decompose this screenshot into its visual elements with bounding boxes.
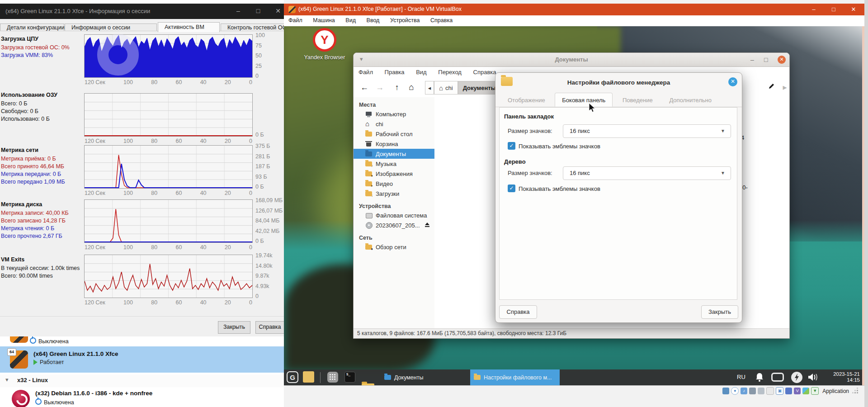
g-app-icon[interactable]: G — [287, 371, 298, 383]
close-session-button[interactable]: Закрыть — [218, 321, 250, 334]
optical-disk-icon[interactable]: ● — [731, 387, 739, 395]
audio-icon[interactable]: ♪ — [741, 388, 747, 394]
places-header: Места — [354, 97, 434, 109]
menu-file[interactable]: Файл — [284, 15, 307, 25]
path-current-button[interactable]: Документы — [458, 81, 501, 95]
tree-emblems-checkbox[interactable]: ✓ — [508, 185, 515, 192]
sidebar-item-videos[interactable]: ▸ Видео — [354, 179, 434, 189]
sidebar-item-trash[interactable]: Корзина — [354, 139, 434, 149]
close-dialog-button[interactable]: Закрыть — [701, 305, 738, 319]
vm-status: Работает — [33, 359, 118, 365]
app-grid-icon[interactable] — [327, 372, 338, 383]
keyboard-layout-indicator[interactable]: RU — [737, 374, 745, 385]
vm-icon-partial — [10, 336, 28, 343]
sidebar-item-pictures[interactable]: ● Изображения — [354, 169, 434, 179]
sidebar-item-documents[interactable]: Документы — [354, 149, 434, 159]
sidebar-item-music[interactable]: ♪ Музыка — [354, 159, 434, 169]
maximize-button[interactable]: □ — [248, 4, 268, 19]
vmexits-total: Всего: 90.00M times — [1, 272, 83, 280]
help-button[interactable]: Справка — [499, 305, 537, 319]
close-button[interactable]: ✕ — [778, 56, 786, 64]
network-y-axis-labels: 375 Б281 Б187 Б93 Б0 Б — [255, 143, 284, 190]
close-button[interactable]: ✕ — [268, 4, 284, 19]
tab-vm-activity[interactable]: Активность ВМ — [158, 22, 220, 32]
cpu-guest-load: Загрузка гостевой ОС: 0% — [1, 44, 83, 52]
recording-icon[interactable] — [785, 388, 792, 394]
tab-side-pane[interactable]: Боковая панель — [555, 93, 613, 107]
toolbar-more-button[interactable]: ▸ — [778, 80, 792, 95]
bookmarks-emblems-checkbox[interactable]: ✓ — [508, 142, 515, 150]
sidebar-item-computer[interactable]: Компьютер — [354, 109, 434, 119]
tab-advanced[interactable]: Дополнительно — [662, 93, 718, 107]
tab-behavior[interactable]: Поведение — [616, 93, 660, 107]
terminal-icon[interactable]: $_ — [344, 372, 355, 383]
dialog-header[interactable]: Настройки файлового менеджера ✕ — [495, 73, 742, 93]
close-button[interactable]: ✕ — [728, 77, 737, 86]
taskbar-window-documents[interactable]: Документы — [381, 369, 426, 385]
menu-file[interactable]: Файл — [354, 66, 378, 78]
sidebar-item-filesystem[interactable]: Файловая система — [354, 210, 434, 220]
clock[interactable]: 2023-15-21 14:15 — [825, 371, 860, 385]
vm-row-partial[interactable]: Выключена — [30, 337, 69, 345]
auto-resize-icon[interactable]: ▼ — [811, 387, 819, 395]
usb-icon[interactable] — [758, 388, 764, 394]
vm-row-debian[interactable]: (x32) Debian 11.6.0 - i386 - kde + nonfr… — [0, 389, 284, 407]
sidebar-item-home[interactable]: ⌂ chi — [354, 119, 434, 129]
menu-devices[interactable]: Устройства — [386, 15, 424, 25]
volume-icon[interactable] — [807, 372, 820, 385]
forward-button[interactable]: → — [373, 80, 387, 95]
path-home-button[interactable]: ⌂chi — [434, 81, 458, 95]
sidebar-item-downloads[interactable]: ↓ Загрузки — [354, 189, 434, 199]
menu-go[interactable]: Переход — [433, 66, 467, 78]
sidebar-item-desktop[interactable]: Рабочий стол — [354, 129, 434, 139]
shared-folders-icon[interactable] — [766, 387, 774, 395]
menu-machine[interactable]: Машина — [308, 15, 339, 25]
resize-grip[interactable] — [854, 389, 858, 393]
mouse-integration-icon[interactable] — [802, 388, 809, 394]
power-manager-icon[interactable] — [791, 372, 802, 383]
sidebar-item-disc[interactable]: 20230607_205... — [354, 220, 434, 230]
desktop-icon-yandex[interactable]: Y Yandex Browser — [302, 28, 347, 61]
menu-edit[interactable]: Правка — [380, 66, 410, 78]
edit-path-icon[interactable] — [764, 80, 778, 95]
bookmarks-icon-size-select[interactable]: 16 пикс ▼ — [563, 124, 731, 138]
back-button[interactable]: ← — [357, 80, 372, 95]
session-info-window: (x64) Green Linux 21.1.0 Xfce - Информац… — [0, 0, 284, 407]
tree-icon-size-select[interactable]: 16 пикс ▼ — [563, 166, 731, 180]
menu-view[interactable]: Вид — [411, 66, 432, 78]
close-button[interactable]: ✕ — [844, 4, 863, 15]
network-chart: 375 Б281 Б187 Б93 Б0 Б 120 Сек1008060402… — [84, 145, 253, 189]
minimize-button[interactable]: – — [805, 4, 823, 15]
minimize-button[interactable]: – — [228, 4, 248, 19]
path-scroll-left-button[interactable]: ◂ — [425, 81, 434, 95]
maximize-button[interactable]: □ — [825, 4, 843, 15]
help-button[interactable]: Справка — [255, 321, 284, 334]
menu-input[interactable]: Ввод — [362, 15, 384, 25]
file-manager-titlebar[interactable]: ▾ Документы – □ ✕ — [354, 53, 789, 67]
clipboard-icon[interactable]: V — [794, 388, 801, 394]
maximize-button[interactable]: □ — [764, 56, 768, 63]
battery-icon[interactable] — [771, 373, 784, 382]
network-icon[interactable] — [749, 388, 756, 394]
menu-view[interactable]: Вид — [341, 15, 360, 25]
tab-display[interactable]: Отображение — [501, 93, 552, 107]
up-button[interactable]: ↑ — [390, 80, 404, 95]
vmexits-metric-text: VM Exits В текущей сессии: 1.00k times В… — [1, 256, 83, 280]
open-folder-icon[interactable] — [362, 383, 374, 385]
separator — [320, 372, 321, 383]
xfce-taskbar: G $_ Документы Настройки файлового м... … — [284, 369, 864, 385]
vm-group-row[interactable]: ▾ x32 - Linux — [0, 374, 284, 387]
home-button[interactable]: ⌂ — [404, 80, 419, 95]
vm-row-selected[interactable]: 64 (x64) Green Linux 21.1.0 Xfce Работае… — [0, 346, 284, 373]
sidebar-item-network-browse[interactable]: ● Обзор сети — [354, 242, 434, 252]
files-app-icon[interactable] — [303, 371, 314, 383]
hard-disk-icon[interactable] — [722, 388, 729, 394]
eject-icon[interactable] — [425, 222, 430, 228]
taskbar-window-settings[interactable]: Настройки файлового м... — [470, 369, 560, 385]
desktop-icon-label: Yandex Browser — [302, 54, 347, 61]
minimize-button[interactable]: – — [750, 56, 754, 63]
menu-help[interactable]: Справка — [426, 15, 457, 25]
notifications-bell-icon[interactable] — [755, 372, 764, 385]
ram-y-axis-labels: 0 Б — [255, 91, 284, 138]
display-icon[interactable]: ▣ — [776, 387, 783, 395]
